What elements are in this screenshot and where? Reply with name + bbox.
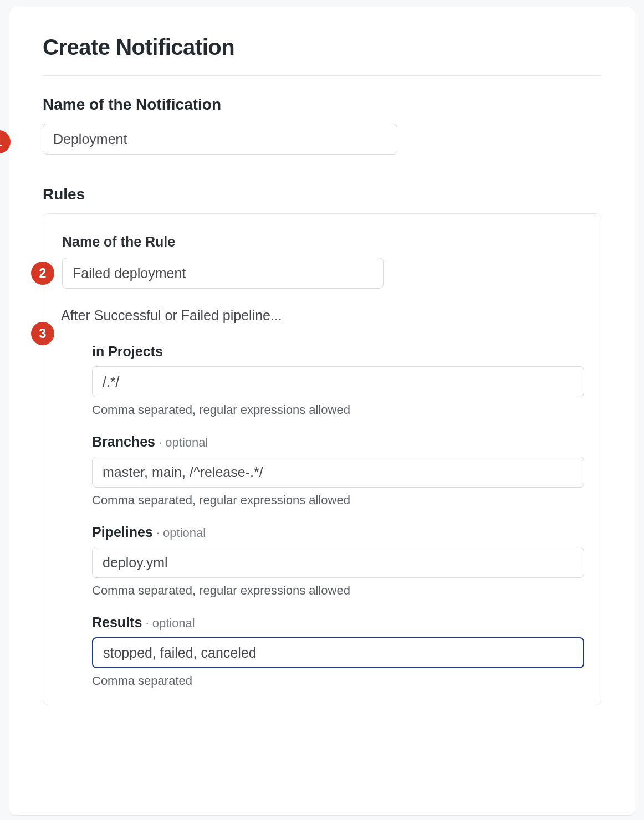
step-badge-3: 3: [31, 322, 54, 345]
rule-name-label: Name of the Rule: [62, 234, 584, 250]
optional-separator: ·: [153, 526, 163, 540]
step-badge-2: 2: [31, 262, 54, 285]
pipelines-input[interactable]: [92, 547, 584, 578]
projects-label: in Projects: [92, 344, 584, 360]
step-badge-1: 1: [0, 130, 11, 153]
results-input[interactable]: [92, 637, 584, 668]
branches-input[interactable]: [92, 457, 584, 488]
field-pipelines: Pipelines · optional Comma separated, re…: [92, 524, 584, 598]
branches-label-text: Branches: [92, 434, 155, 449]
pipelines-label: Pipelines · optional: [92, 524, 584, 540]
create-notification-card: 1 Create Notification Name of the Notifi…: [9, 7, 635, 816]
results-label: Results · optional: [92, 614, 584, 631]
field-projects: in Projects Comma separated, regular exp…: [92, 344, 584, 417]
projects-input[interactable]: [92, 366, 584, 397]
pipelines-label-text: Pipelines: [92, 524, 153, 540]
results-help: Comma separated: [92, 674, 584, 688]
branches-label: Branches · optional: [92, 434, 584, 450]
pipelines-optional: optional: [163, 526, 206, 540]
results-label-text: Results: [92, 614, 142, 630]
field-branches: Branches · optional Comma separated, reg…: [92, 434, 584, 508]
branches-optional: optional: [165, 435, 208, 449]
notification-name-label: Name of the Notification: [43, 96, 601, 114]
projects-help: Comma separated, regular expressions all…: [92, 403, 584, 417]
branches-help: Comma separated, regular expressions all…: [92, 493, 584, 508]
field-results: Results · optional Comma separated: [92, 614, 584, 688]
rule-condition-text: After Successful or Failed pipeline...: [61, 308, 584, 324]
notification-name-input[interactable]: [43, 124, 397, 155]
pipelines-help: Comma separated, regular expressions all…: [92, 583, 584, 598]
rules-card: Name of the Rule 2 3 After Successful or…: [43, 213, 601, 705]
optional-separator: ·: [142, 616, 152, 630]
rule-name-input[interactable]: [62, 258, 384, 289]
divider: [43, 75, 601, 76]
optional-separator: ·: [155, 435, 165, 449]
page-title: Create Notification: [43, 35, 601, 60]
results-optional: optional: [152, 616, 195, 630]
rules-heading: Rules: [43, 186, 601, 203]
